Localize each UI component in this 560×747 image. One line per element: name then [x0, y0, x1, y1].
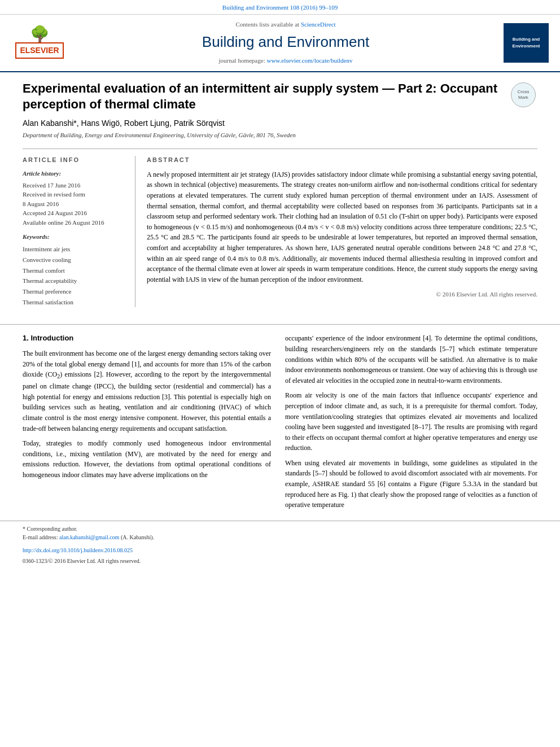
journal-header-center: Contents lists available at ScienceDirec…: [68, 20, 504, 65]
citation-text: Building and Environment 108 (2016) 99–1…: [222, 4, 338, 11]
left-column: 1. Introduction The built environment ha…: [23, 333, 271, 515]
article-body: Experimental evaluation of an intermitte…: [0, 72, 560, 316]
intro-para-2: Today, strategies to modify commonly use…: [23, 438, 271, 480]
footnote-section: * Corresponding author. E-mail address: …: [0, 521, 560, 565]
affiliation: Department of Building, Energy and Envir…: [23, 131, 537, 140]
main-content: 1. Introduction The built environment ha…: [0, 333, 560, 515]
sciencedirect-link[interactable]: ScienceDirect: [301, 21, 336, 28]
keywords-label: Keywords:: [23, 233, 126, 242]
corresponding-footnote: * Corresponding author.: [23, 525, 537, 533]
journal-title: Building and Environment: [68, 32, 504, 53]
right-para-1: occupants' experience of the indoor envi…: [285, 333, 537, 386]
elsevier-tree-icon: 🌳: [30, 27, 50, 42]
intro-heading: 1. Introduction: [23, 333, 271, 344]
journal-header: 🌳 ELSEVIER Contents lists available at S…: [0, 15, 560, 72]
abstract-heading: ABSTRACT: [147, 156, 537, 165]
article-info-abstract: ARTICLE INFO Article history: Received 1…: [23, 148, 537, 307]
right-para-2: Room air velocity is one of the main fac…: [285, 390, 537, 453]
article-title-section: Experimental evaluation of an intermitte…: [23, 81, 537, 113]
keywords-list: Intermittent air jets Convective cooling…: [23, 244, 126, 307]
right-para-3: When using elevated air movements in bui…: [285, 458, 537, 510]
homepage-link[interactable]: www.elsevier.com/locate/buildenv: [266, 57, 352, 64]
article-info: ARTICLE INFO Article history: Received 1…: [23, 156, 135, 307]
crossmark-badge: CrossMark: [509, 81, 537, 109]
homepage-line: journal homepage: www.elsevier.com/locat…: [68, 56, 504, 65]
issn-line: 0360-1323/© 2016 Elsevier Ltd. All right…: [23, 557, 537, 565]
journal-citation: Building and Environment 108 (2016) 99–1…: [0, 0, 560, 15]
history-label: Article history:: [23, 169, 126, 178]
intro-para-1: The built environment has become one of …: [23, 348, 271, 434]
email-link[interactable]: alan.kabanshi@gmail.com: [59, 534, 119, 540]
article-info-heading: ARTICLE INFO: [23, 156, 126, 165]
abstract-text: A newly proposed intermittent air jet st…: [147, 169, 537, 285]
elsevier-badge: ELSEVIER: [15, 42, 63, 59]
right-column: occupants' experience of the indoor envi…: [285, 333, 537, 515]
history-dates: Received 17 June 2016 Received in revise…: [23, 181, 126, 228]
elsevier-logo: 🌳 ELSEVIER: [11, 27, 68, 59]
elsevier-wordmark: ELSEVIER: [20, 46, 59, 55]
journal-logo-right: Building andEnvironment: [504, 23, 549, 63]
copyright-line: © 2016 Elsevier Ltd. All rights reserved…: [147, 290, 537, 299]
crossmark-icon: CrossMark: [511, 82, 536, 107]
article-title: Experimental evaluation of an intermitte…: [23, 81, 509, 113]
authors: Alan Kabanshi*, Hans Wigö, Robert Ljung,…: [23, 117, 537, 129]
email-footnote: E-mail address: alan.kabanshi@gmail.com …: [23, 533, 537, 541]
section-divider: [0, 324, 560, 325]
doi-link[interactable]: http://dx.doi.org/10.1016/j.buildenv.201…: [23, 547, 133, 553]
abstract-section: ABSTRACT A newly proposed intermittent a…: [147, 156, 537, 307]
contents-line: Contents lists available at ScienceDirec…: [68, 20, 504, 29]
